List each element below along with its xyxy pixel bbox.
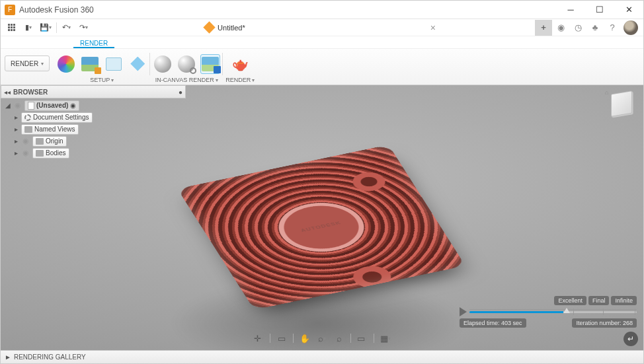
scene-settings-button[interactable] (80, 54, 100, 74)
expand-icon[interactable]: ◢ (5, 102, 11, 109)
browser-tree: ◢ ◉ (Unsaved) ◉ ▸ Document Settings ▸ Na… (5, 100, 93, 159)
navigation-toolbar: ✛▾ ▭ ✋ ⌕▾ ⌕ ▭▾ ▦▾ (248, 330, 396, 346)
quick-access-bar: ▮▾ 💾▾ ↶▾ ↷▾ Untitled* × + ◉ ◷ ♣ ? (1, 19, 643, 36)
decal-button[interactable] (104, 54, 124, 74)
browser-title: BROWSER (13, 89, 48, 96)
browser-panel-header[interactable]: ◂◂ BROWSER ● (1, 85, 186, 98)
folder-icon (36, 150, 44, 157)
tree-root-row[interactable]: ◢ ◉ (Unsaved) ◉ (5, 100, 93, 111)
titlebar: F Autodesk Fusion 360 ─ ☐ ✕ (1, 1, 643, 19)
texture-icon (130, 57, 145, 71)
incanvas-settings-button[interactable] (177, 54, 196, 74)
display-settings-button[interactable]: ▭▾ (354, 332, 370, 345)
workspace-label: RENDER (11, 60, 38, 67)
new-tab-button[interactable]: + (535, 20, 552, 36)
pin-icon[interactable]: ● (179, 89, 182, 96)
ribbon-group-setup: SETUP▾ (54, 50, 150, 85)
workspace-tabs: RENDER (1, 36, 643, 48)
tree-root-label: (Unsaved) (36, 102, 68, 109)
iteration-label: Iteration number: 268 (572, 318, 637, 328)
quality-excellent: Excellent (554, 296, 586, 305)
help-button[interactable]: ? (604, 20, 621, 36)
data-grid-button[interactable] (3, 20, 19, 35)
undo-button[interactable]: ↶▾ (58, 20, 74, 35)
visibility-icon[interactable]: ◉ (21, 137, 30, 145)
tree-item-bodies[interactable]: ▸ ◉ Bodies (13, 147, 93, 159)
visibility-icon[interactable]: ◉ (21, 149, 30, 157)
redo-button[interactable]: ↷▾ (75, 20, 91, 35)
expand-icon[interactable]: ▸ (13, 126, 19, 133)
ribbon-label-render: RENDER▾ (225, 76, 255, 85)
bell-icon: ♣ (592, 22, 598, 32)
orbit-button[interactable]: ✛▾ (251, 332, 266, 345)
cube-icon[interactable] (611, 91, 632, 116)
tree-label: Document Settings (33, 114, 89, 121)
collapse-icon[interactable]: ◂◂ (4, 89, 11, 96)
user-avatar[interactable] (624, 20, 638, 35)
quality-final: Final (588, 296, 610, 305)
tab-render[interactable]: RENDER (73, 38, 114, 48)
render-button[interactable]: 🫖 (230, 54, 250, 74)
header-right-icons: + ◉ ◷ ♣ ? (535, 20, 641, 36)
folder-icon (36, 138, 44, 145)
tree-item-origin[interactable]: ▸ ◉ Origin (13, 135, 93, 147)
capture-icon (202, 57, 219, 71)
tab-close-button[interactable]: × (430, 22, 436, 33)
elapsed-time-label: Elapsed time: 403 sec (460, 318, 526, 328)
tree-label: Bodies (46, 149, 66, 157)
chevron-down-icon: ▾ (41, 61, 44, 67)
quality-infinite: Infinite (611, 296, 637, 305)
job-status-button[interactable]: ◷ (569, 20, 586, 36)
grid-settings-button[interactable]: ▦▾ (378, 332, 393, 345)
document-tab[interactable]: Untitled* (192, 19, 259, 36)
view-cube[interactable]: ⌂ (606, 91, 637, 121)
tree-label: Named Views (34, 126, 75, 133)
appearance-icon (58, 55, 75, 73)
maximize-button[interactable]: ☐ (585, 1, 614, 19)
close-button[interactable]: ✕ (614, 1, 643, 19)
quality-level-markers: Excellent Final Infinite (460, 296, 637, 305)
tree-item-namedviews[interactable]: ▸ Named Views (13, 124, 93, 135)
notifications-button[interactable]: ♣ (586, 20, 604, 36)
workspace-selector[interactable]: RENDER ▾ (5, 55, 50, 71)
gear-icon (24, 114, 31, 121)
capture-image-button[interactable] (200, 54, 220, 74)
viewport[interactable]: ◂◂ BROWSER ● ◢ ◉ (Unsaved) ◉ ▸ Document … (1, 85, 643, 350)
teapot-icon: 🫖 (232, 56, 249, 72)
ribbon-toolbar: RENDER ▾ SETUP▾ IN-CANVAS RENDER▾ 🫖 REND… (1, 48, 643, 85)
save-button[interactable]: 💾▾ (38, 20, 54, 35)
texture-map-button[interactable] (128, 54, 147, 74)
undo-icon: ↶ (62, 23, 68, 32)
look-at-button[interactable]: ▭ (274, 332, 290, 345)
scene-icon (81, 57, 99, 71)
file-button[interactable]: ▮▾ (20, 20, 36, 35)
play-pause-button[interactable] (460, 307, 467, 316)
redo-icon: ↷ (79, 23, 85, 32)
appearance-button[interactable] (56, 54, 76, 74)
visibility-icon[interactable]: ◉ (13, 101, 22, 110)
component-icon (28, 102, 34, 110)
fit-button[interactable]: ⌕ (331, 332, 347, 345)
document-title: Untitled* (218, 24, 245, 32)
incanvas-render-button[interactable] (153, 54, 173, 74)
radio-icon[interactable]: ◉ (70, 102, 76, 109)
status-label[interactable]: RENDERING GALLERY (14, 353, 86, 361)
tree-label: Origin (46, 137, 63, 145)
pan-button[interactable]: ✋ (297, 332, 313, 345)
return-button[interactable]: ↵ (624, 332, 638, 346)
tree-item-docsettings[interactable]: ▸ Document Settings (13, 112, 93, 123)
extensions-button[interactable]: ◉ (552, 20, 569, 36)
save-icon: 💾 (40, 23, 49, 32)
separator (56, 22, 57, 33)
render-progress-slider[interactable] (469, 311, 637, 313)
minimize-button[interactable]: ─ (556, 1, 585, 19)
document-tab-area: Untitled* × (93, 19, 535, 36)
home-icon[interactable]: ⌂ (605, 89, 608, 96)
expand-icon[interactable]: ▸ (13, 149, 19, 157)
expand-gallery-icon[interactable]: ► (5, 353, 11, 361)
expand-icon[interactable]: ▸ (13, 137, 19, 145)
ribbon-group-incanvas: IN-CANVAS RENDER▾ (150, 50, 223, 85)
expand-icon[interactable]: ▸ (13, 114, 19, 121)
window-controls: ─ ☐ ✕ (556, 1, 643, 19)
zoom-button[interactable]: ⌕▾ (314, 332, 330, 345)
